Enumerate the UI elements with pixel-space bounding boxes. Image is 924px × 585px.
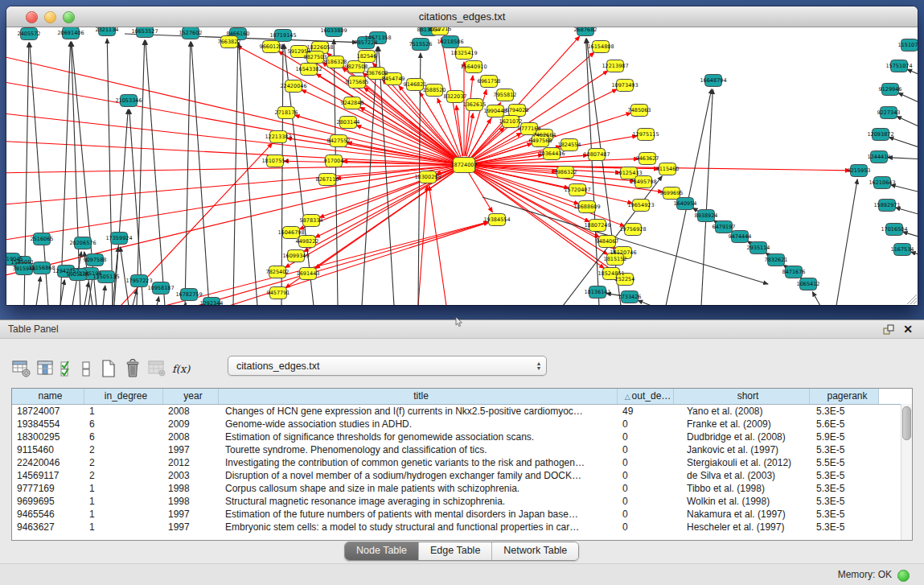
table-row[interactable]: 969969511998Structural magnetic resonanc…: [12, 495, 912, 508]
graph-edge[interactable]: [896, 208, 918, 216]
network-window[interactable]: citations_edges.txt 24055722069140623211…: [6, 6, 918, 305]
graph-edge[interactable]: [233, 43, 238, 305]
graph-edge[interactable]: [897, 117, 918, 129]
network-desktop: citations_edges.txt 24055722069140623211…: [0, 0, 924, 319]
float-window-icon[interactable]: [882, 323, 895, 336]
graph-edge[interactable]: [465, 76, 473, 156]
table-row[interactable]: 1872400712008Changes of HCN gene express…: [12, 405, 912, 418]
graph-edge[interactable]: [903, 232, 918, 238]
column-header-out-de-[interactable]: △out_de…: [618, 389, 674, 404]
table-cell: 0: [618, 431, 674, 443]
table-row[interactable]: 2242004622012Investigating the contribut…: [12, 456, 912, 469]
graph-edge[interactable]: [638, 300, 651, 305]
graph-edge[interactable]: [157, 297, 159, 305]
graph-node-label: 2803144: [337, 119, 360, 126]
graph-node-label: 8454749: [382, 76, 405, 82]
graph-edge[interactable]: [360, 107, 457, 160]
graph-edge[interactable]: [146, 40, 165, 305]
graph-node-label: 9699695: [660, 190, 684, 196]
table-cell: 9463627: [12, 521, 84, 534]
table-cell: 1: [84, 508, 163, 521]
table-cell: 18300295: [12, 431, 84, 443]
table-row[interactable]: 1830029562008Estimation of significance …: [12, 431, 912, 443]
create-column-icon[interactable]: [97, 357, 121, 380]
graph-edge[interactable]: [888, 158, 918, 159]
graph-edge[interactable]: [429, 186, 446, 305]
unselect-all-columns-icon[interactable]: [77, 357, 97, 380]
tab-edge-table[interactable]: Edge Table: [418, 542, 491, 560]
table-selector-combobox[interactable]: citations_edges.txt ▲▼: [228, 356, 547, 376]
graph-edge[interactable]: [103, 286, 105, 305]
change-table-mode-icon[interactable]: [10, 357, 34, 380]
table-cell: Changes of HCN gene expression and I(f) …: [219, 405, 618, 418]
graph-edge[interactable]: [812, 292, 820, 305]
graph-edge[interactable]: [701, 89, 713, 305]
network-graph[interactable]: 2405572206914062321134106535271527602846…: [6, 27, 918, 305]
graph-edge[interactable]: [693, 208, 699, 211]
table-cell: Wolkin et al. (1998): [674, 495, 810, 508]
delete-columns-icon[interactable]: [121, 357, 145, 380]
graph-node-label: 9484067: [596, 238, 619, 245]
column-header-short[interactable]: short: [674, 389, 810, 404]
table-cell: 0: [618, 456, 674, 469]
column-header-name[interactable]: name: [12, 389, 84, 404]
graph-edge[interactable]: [907, 69, 918, 76]
table-row[interactable]: 1456911722003Disruption of a novel membe…: [12, 469, 912, 482]
table-cell: 49: [618, 405, 674, 418]
vertical-scrollbar[interactable]: [901, 404, 912, 540]
graph-node-label: 16154808: [587, 43, 614, 50]
select-all-columns-icon[interactable]: [58, 357, 77, 380]
graph-edge[interactable]: [898, 93, 918, 105]
table-cell: Investigating the contribution of common…: [219, 456, 618, 469]
table-row[interactable]: 977716911998Corpus callosum shape and si…: [12, 482, 912, 495]
graph-node-label: 16543382: [295, 66, 322, 72]
tab-node-table[interactable]: Node Table: [345, 542, 418, 560]
network-window-titlebar[interactable]: citations_edges.txt: [6, 6, 918, 27]
graph-node-label: 16210643: [869, 179, 895, 186]
graph-edge[interactable]: [302, 90, 456, 162]
graph-edge[interactable]: [334, 39, 338, 305]
show-columns-icon[interactable]: [34, 357, 58, 380]
graph-edge[interactable]: [836, 179, 857, 305]
graph-node-label: 1065412: [797, 281, 820, 287]
graph-edge[interactable]: [483, 197, 768, 284]
column-header-title[interactable]: title: [219, 389, 618, 404]
graph-edge[interactable]: [121, 247, 129, 305]
network-view-canvas[interactable]: 2405572206914062321134106535271527602846…: [6, 27, 918, 305]
table-cell: 5.5E-5: [810, 456, 879, 469]
graph-edge[interactable]: [239, 43, 257, 305]
graph-edge[interactable]: [36, 277, 40, 305]
graph-edge[interactable]: [185, 42, 191, 305]
graph-edge[interactable]: [191, 42, 209, 305]
table-row[interactable]: 946362711997Embryonic stem cells: a mode…: [12, 521, 912, 534]
tab-network-table[interactable]: Network Table: [491, 542, 578, 560]
column-header-year[interactable]: year: [163, 389, 219, 404]
graph-edge[interactable]: [84, 282, 88, 305]
table-row[interactable]: 1938455462009Genome-wide association stu…: [12, 418, 912, 431]
scrollbar-thumb[interactable]: [902, 406, 911, 440]
graph-edge[interactable]: [889, 137, 918, 149]
graph-node-label: 7663822: [218, 39, 241, 45]
node-table: namein_degreeyeartitle△out_de…shortpager…: [11, 388, 913, 541]
graph-edge[interactable]: [107, 39, 113, 305]
table-row[interactable]: 911546021997Tourette syndrome. Phenomeno…: [12, 443, 912, 456]
graph-edge[interactable]: [6, 167, 455, 278]
network-window-title: citations_edges.txt: [6, 6, 918, 27]
graph-edge[interactable]: [6, 141, 455, 164]
graph-node-label: 9129946: [879, 86, 902, 93]
graph-node-label: 3915944: [13, 266, 36, 272]
close-icon[interactable]: ✕: [901, 322, 914, 336]
table-row[interactable]: 946554611997Estimation of the future num…: [12, 508, 912, 521]
resize-grip-icon[interactable]: [914, 301, 917, 304]
function-builder-icon[interactable]: f(x): [169, 357, 193, 380]
delete-table-icon[interactable]: [145, 357, 169, 380]
column-header-pagerank[interactable]: pagerank: [810, 389, 879, 404]
resize-grip-icon[interactable]: [910, 298, 917, 304]
graph-node-label: 16648794: [700, 77, 726, 84]
table-cell: Hescheler et al. (1997): [674, 521, 810, 534]
table-cell: Tourette syndrome. Phenomenology and cla…: [219, 443, 618, 456]
graph-node-label: 6961758: [478, 78, 501, 84]
graph-edge[interactable]: [379, 47, 394, 305]
column-header-in-degree[interactable]: in_degree: [84, 389, 163, 404]
graph-node-label: 2516065: [31, 236, 54, 242]
